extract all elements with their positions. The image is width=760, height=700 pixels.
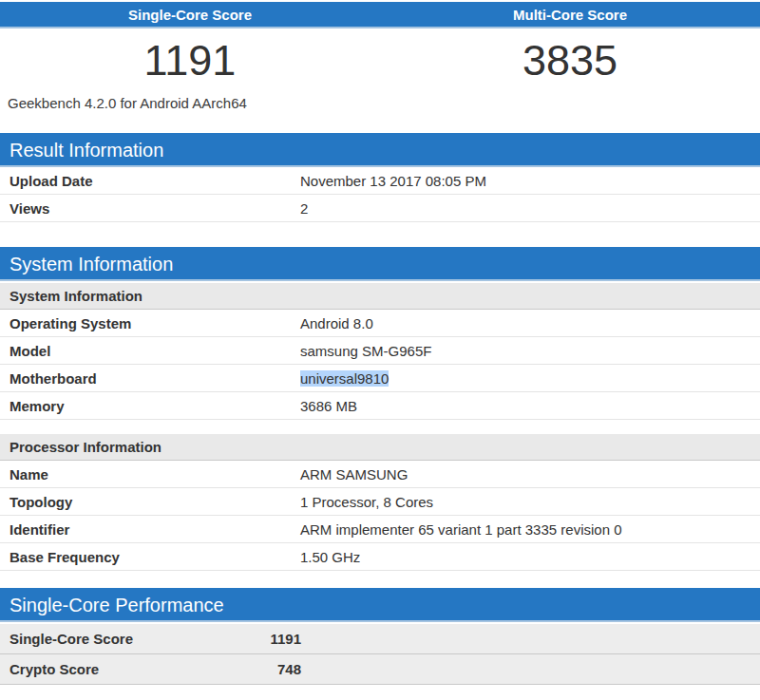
single-core-performance-table: Single-Core Score 1191 Crypto Score 748 [0,624,760,685]
operating-system-value: Android 8.0 [300,315,760,331]
system-information-subheader: System Information [0,283,760,310]
score-banner: Single-Core Score Multi-Core Score [0,2,760,28]
geekbench-result-page: Single-Core Score Multi-Core Score 1191 … [0,2,760,685]
upload-date-value: November 13 2017 08:05 PM [300,173,760,189]
system-information-header: System Information [0,247,760,281]
single-core-performance-section: Single-Core Performance Single-Core Scor… [0,588,760,685]
geekbench-version-caption: Geekbench 4.2.0 for Android AArch64 [8,95,760,112]
table-row: Views 2 [0,195,760,222]
row-label: Identifier [0,521,300,538]
system-information-table: Operating System Android 8.0 Model samsu… [0,310,760,420]
row-label: Operating System [0,315,300,331]
topology-value: 1 Processor, 8 Cores [300,494,760,510]
single-core-score-cell: 1191 [0,624,301,654]
table-row: Model samsung SM-G965F [0,337,760,365]
model-value: samsung SM-G965F [300,343,760,359]
table-row: Upload Date November 13 2017 08:05 PM [0,167,760,195]
single-core-score-header: Single-Core Score [0,2,380,27]
multi-core-score-header: Multi-Core Score [380,2,760,27]
processor-information-subheader: Processor Information [0,434,760,461]
row-label: Upload Date [0,173,300,189]
table-row: Memory 3686 MB [0,392,760,420]
row-label: Memory [0,398,300,414]
table-row: Identifier ARM implementer 65 variant 1 … [0,516,760,543]
motherboard-value: universal9810 [300,370,760,387]
table-row: Motherboard universal9810 [0,365,760,392]
processor-name-value: ARM SAMSUNG [300,466,760,482]
base-frequency-value: 1.50 GHz [300,549,760,565]
table-row: Name ARM SAMSUNG [0,461,760,488]
row-label: Name [0,466,300,482]
row-label: Topology [0,494,300,510]
table-row: Single-Core Score 1191 [0,624,760,654]
row-label: Views [0,200,300,217]
table-row: Base Frequency 1.50 GHz [0,543,760,571]
row-label: Model [0,343,300,359]
row-label: Motherboard [0,370,300,387]
table-row: Operating System Android 8.0 [0,310,760,337]
single-core-score-value: 1191 [0,36,380,85]
system-information-section: System Information System Information Op… [0,247,760,571]
result-information-table: Upload Date November 13 2017 08:05 PM Vi… [0,167,760,222]
result-information-section: Result Information Upload Date November … [0,133,760,222]
crypto-score-cell: 748 [0,654,301,685]
memory-value: 3686 MB [300,398,760,414]
table-row: Crypto Score 748 [0,654,760,685]
selected-text-highlight: universal9810 [300,370,389,387]
processor-information-table: Name ARM SAMSUNG Topology 1 Processor, 8… [0,461,760,571]
result-information-header: Result Information [0,133,760,167]
single-core-performance-header: Single-Core Performance [0,588,760,622]
views-value: 2 [300,200,760,217]
scores-row: 1191 3835 [0,33,760,88]
row-label: Base Frequency [0,549,300,565]
multi-core-score-value: 3835 [380,36,760,85]
table-row: Topology 1 Processor, 8 Cores [0,488,760,516]
identifier-value: ARM implementer 65 variant 1 part 3335 r… [300,521,760,538]
